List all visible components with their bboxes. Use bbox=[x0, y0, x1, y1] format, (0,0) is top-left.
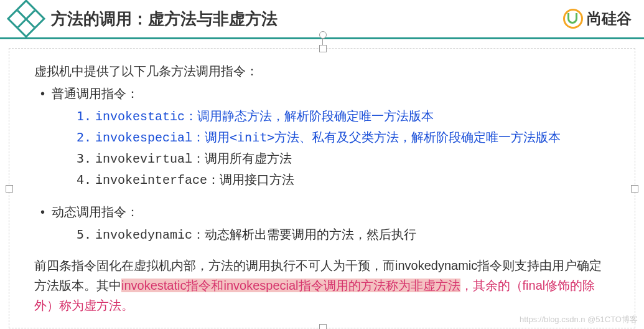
brand-text: 尚硅谷 bbox=[587, 9, 632, 29]
resize-handle-bottom[interactable] bbox=[319, 324, 327, 329]
section1-heading: • 普通调用指令： bbox=[34, 83, 610, 103]
list-item: 3.invokevirtual：调用所有虚方法 bbox=[34, 148, 610, 169]
list-item: 1.invokestatic：调用静态方法，解析阶段确定唯一方法版本 bbox=[34, 106, 610, 127]
list-item: 4.invokeinterface：调用接口方法 bbox=[34, 169, 610, 191]
rotate-handle[interactable] bbox=[319, 31, 327, 39]
resize-handle-left[interactable] bbox=[6, 185, 13, 193]
brand-icon bbox=[563, 9, 583, 29]
resize-handle-right[interactable] bbox=[631, 185, 638, 193]
intro-line: 虚拟机中提供了以下几条方法调用指令： bbox=[34, 61, 610, 81]
diamond-icon bbox=[7, 0, 45, 38]
brand: 尚硅谷 bbox=[563, 9, 632, 29]
list-item: 2.invokespecial：调用<init>方法、私有及父类方法，解析阶段确… bbox=[34, 127, 610, 148]
slide-title: 方法的调用：虚方法与非虚方法 bbox=[51, 8, 563, 30]
section2-heading: • 动态调用指令： bbox=[34, 202, 610, 222]
list-item: 5.invokedynamic：动态解析出需要调用的方法，然后执行 bbox=[34, 224, 610, 246]
footer-paragraph: 前四条指令固化在虚拟机内部，方法的调用执行不可人为干预，而invokedynam… bbox=[34, 255, 610, 315]
slide: 方法的调用：虚方法与非虚方法 尚硅谷 虚拟机中提供了以下几条方法调用指令： • … bbox=[0, 0, 644, 329]
watermark: https://blog.csdn.n @51CTO博客 bbox=[520, 314, 638, 325]
resize-handle-top[interactable] bbox=[319, 45, 327, 52]
content-box[interactable]: 虚拟机中提供了以下几条方法调用指令： • 普通调用指令： 1.invokesta… bbox=[9, 48, 635, 328]
